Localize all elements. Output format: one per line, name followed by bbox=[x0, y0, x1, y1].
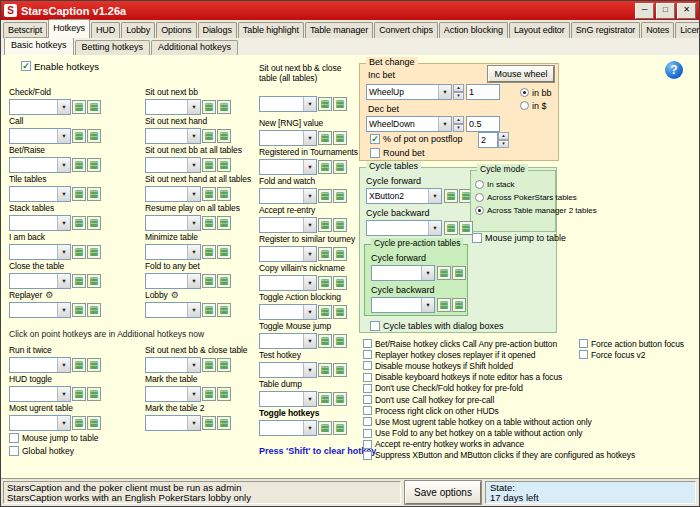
chevron-down-icon[interactable]: ▼ bbox=[57, 129, 70, 143]
hotkey-combobox[interactable]: ▼ bbox=[9, 99, 71, 115]
select-tables-grid-icon[interactable]: ▦ bbox=[87, 416, 101, 430]
select-tables-grid-icon[interactable]: ▦ bbox=[318, 189, 332, 203]
hotkey-combobox[interactable]: ▼ bbox=[145, 273, 201, 289]
select-tables-grid-icon[interactable]: ▦ bbox=[333, 189, 347, 203]
menu-tab[interactable]: Action blocking bbox=[439, 22, 508, 38]
select-tables-grid-icon[interactable]: ▦ bbox=[333, 363, 347, 377]
chevron-down-icon[interactable]: ▼ bbox=[421, 298, 434, 312]
radio-circle[interactable] bbox=[475, 193, 484, 202]
chevron-down-icon[interactable]: ▼ bbox=[187, 129, 200, 143]
hotkey-combobox[interactable]: ▼ bbox=[9, 302, 71, 318]
hotkey-combobox[interactable]: ▼ bbox=[9, 273, 71, 289]
checkbox-box[interactable]: ✓ bbox=[363, 406, 372, 415]
select-tables-grid-icon[interactable]: ▦ bbox=[72, 187, 86, 201]
chevron-down-icon[interactable]: ▼ bbox=[187, 158, 200, 172]
hotkey-combobox[interactable]: ▼ bbox=[145, 302, 201, 318]
chevron-down-icon[interactable]: ▼ bbox=[303, 305, 316, 319]
chevron-down-icon[interactable]: ▼ bbox=[57, 158, 70, 172]
chevron-down-icon[interactable]: ▼ bbox=[303, 247, 316, 261]
select-tables-grid-icon[interactable]: ▦ bbox=[202, 416, 216, 430]
chevron-down-icon[interactable]: ▼ bbox=[187, 387, 200, 401]
menu-tab[interactable]: Betscript bbox=[3, 22, 47, 38]
select-tables-grid-icon[interactable]: ▦ bbox=[202, 129, 216, 143]
checkbox-box[interactable]: ✓ bbox=[9, 433, 19, 443]
chevron-down-icon[interactable]: ▼ bbox=[303, 276, 316, 290]
sub-tab[interactable]: Additional hotkeys bbox=[151, 40, 238, 55]
select-tables-grid-icon[interactable]: ▦ bbox=[202, 358, 216, 372]
select-tables-grid-icon[interactable]: ▦ bbox=[72, 245, 86, 259]
menu-tab[interactable]: Hotkeys bbox=[48, 19, 90, 38]
inc-bet-hotkey-combobox[interactable]: WheelUp▼ bbox=[366, 84, 452, 100]
cycle-backward-combobox[interactable]: ▼ bbox=[366, 220, 442, 236]
spin-down-icon[interactable]: ▼ bbox=[498, 140, 509, 148]
hotkey-combobox[interactable]: ▼ bbox=[259, 217, 317, 233]
hotkey-combobox[interactable]: ▼ bbox=[145, 128, 201, 144]
select-tables-grid-icon[interactable]: ▦ bbox=[72, 100, 86, 114]
chevron-down-icon[interactable]: ▼ bbox=[303, 160, 316, 174]
inc-bet-spinner[interactable]: ▲▼ bbox=[453, 84, 464, 100]
select-tables-grid-icon[interactable]: ▦ bbox=[87, 303, 101, 317]
spin-up-icon[interactable]: ▲ bbox=[453, 84, 464, 92]
select-tables-grid-icon[interactable]: ▦ bbox=[72, 274, 86, 288]
chevron-down-icon[interactable]: ▼ bbox=[438, 85, 451, 99]
chevron-down-icon[interactable]: ▼ bbox=[303, 97, 316, 111]
select-tables-grid-icon[interactable]: ▦ bbox=[318, 160, 332, 174]
chevron-down-icon[interactable]: ▼ bbox=[57, 245, 70, 259]
select-tables-grid-icon[interactable]: ▦ bbox=[333, 334, 347, 348]
select-tables-grid-icon[interactable]: ▦ bbox=[444, 189, 458, 203]
select-tables-grid-icon[interactable]: ▦ bbox=[318, 363, 332, 377]
menu-tab[interactable]: Convert chips bbox=[374, 22, 438, 38]
chevron-down-icon[interactable]: ▼ bbox=[303, 421, 316, 435]
select-tables-grid-icon[interactable]: ▦ bbox=[217, 416, 231, 430]
select-tables-grid-icon[interactable]: ▦ bbox=[333, 97, 347, 111]
select-tables-grid-icon[interactable]: ▦ bbox=[333, 247, 347, 261]
chevron-down-icon[interactable]: ▼ bbox=[303, 189, 316, 203]
select-tables-grid-icon[interactable]: ▦ bbox=[87, 274, 101, 288]
select-tables-grid-icon[interactable]: ▦ bbox=[444, 221, 458, 235]
hotkey-combobox[interactable]: ▼ bbox=[145, 157, 201, 173]
radio-circle[interactable] bbox=[475, 180, 484, 189]
select-tables-grid-icon[interactable]: ▦ bbox=[217, 158, 231, 172]
select-tables-grid-icon[interactable]: ▦ bbox=[318, 334, 332, 348]
hotkey-combobox[interactable]: ▼ bbox=[259, 333, 317, 349]
checkbox-box[interactable]: ✓ bbox=[363, 339, 372, 348]
select-tables-grid-icon[interactable]: ▦ bbox=[87, 245, 101, 259]
select-tables-grid-icon[interactable]: ▦ bbox=[202, 387, 216, 401]
select-tables-grid-icon[interactable]: ▦ bbox=[87, 187, 101, 201]
checkbox-box[interactable]: ✓ bbox=[579, 339, 588, 348]
hotkey-combobox[interactable]: ▼ bbox=[259, 159, 317, 175]
checkbox-box[interactable]: ✓ bbox=[370, 134, 380, 144]
chevron-down-icon[interactable]: ▼ bbox=[303, 334, 316, 348]
select-tables-grid-icon[interactable]: ▦ bbox=[202, 216, 216, 230]
pre-cycle-forward-combobox[interactable]: ▼ bbox=[371, 265, 435, 281]
spin-down-icon[interactable]: ▼ bbox=[453, 92, 464, 100]
minimize-button[interactable]: ─ bbox=[635, 3, 654, 19]
checkbox-box[interactable]: ✓ bbox=[363, 350, 372, 359]
select-tables-grid-icon[interactable]: ▦ bbox=[217, 303, 231, 317]
select-tables-grid-icon[interactable]: ▦ bbox=[318, 421, 332, 435]
checkbox-option[interactable]: ✓ Force action button focus bbox=[579, 338, 684, 349]
checkbox-box[interactable]: ✓ bbox=[370, 148, 380, 158]
radio-option[interactable]: in $ bbox=[520, 99, 552, 112]
mouse-wheel-button[interactable]: Mouse wheel bbox=[488, 66, 554, 82]
sub-tab[interactable]: Basic hotkeys bbox=[4, 37, 74, 55]
checkbox-box[interactable]: ✓ bbox=[472, 233, 482, 243]
select-tables-grid-icon[interactable]: ▦ bbox=[333, 421, 347, 435]
select-tables-grid-icon[interactable]: ▦ bbox=[217, 129, 231, 143]
hotkey-combobox[interactable]: ▼ bbox=[259, 420, 317, 436]
checkbox-box[interactable]: ✓ bbox=[363, 417, 372, 426]
select-tables-grid-icon[interactable]: ▦ bbox=[318, 276, 332, 290]
chevron-down-icon[interactable]: ▼ bbox=[57, 274, 70, 288]
chevron-down-icon[interactable]: ▼ bbox=[187, 216, 200, 230]
cycle-mouse-jump-checkbox[interactable]: ✓ Mouse jump to table bbox=[472, 232, 566, 244]
checkbox-option[interactable]: ✓ Global hotkey bbox=[9, 444, 99, 457]
select-tables-grid-icon[interactable]: ▦ bbox=[318, 218, 332, 232]
checkbox-box[interactable]: ✓ bbox=[363, 395, 372, 404]
hotkey-combobox[interactable]: ▼ bbox=[259, 391, 317, 407]
hotkey-combobox[interactable]: ▼ bbox=[9, 386, 71, 402]
chevron-down-icon[interactable]: ▼ bbox=[187, 416, 200, 430]
chevron-down-icon[interactable]: ▼ bbox=[428, 189, 441, 203]
chevron-down-icon[interactable]: ▼ bbox=[187, 100, 200, 114]
select-tables-grid-icon[interactable]: ▦ bbox=[87, 129, 101, 143]
checkbox-option[interactable]: ✓ Process right click on other HUDs bbox=[363, 405, 635, 416]
